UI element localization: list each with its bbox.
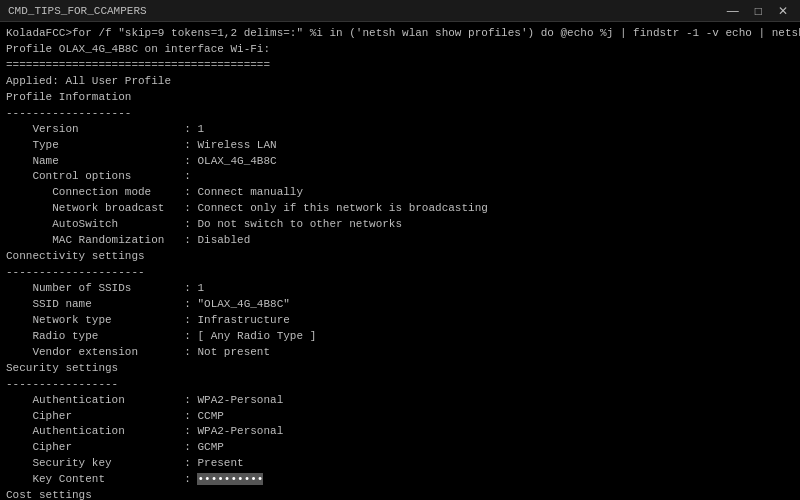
terminal-line: Security settings — [6, 361, 794, 377]
terminal-line: Security key : Present — [6, 456, 794, 472]
terminal-line: Profile Information — [6, 90, 794, 106]
terminal-line: Connectivity settings — [6, 249, 794, 265]
minimize-button[interactable]: — — [723, 4, 743, 18]
terminal-line: Key Content : •••••••••• — [6, 472, 794, 488]
terminal-line: Control options : — [6, 169, 794, 185]
terminal-line: Connection mode : Connect manually — [6, 185, 794, 201]
terminal-line: KoladaFCC>for /f "skip=9 tokens=1,2 deli… — [6, 26, 794, 42]
terminal-line: Network type : Infrastructure — [6, 313, 794, 329]
terminal-line: Number of SSIDs : 1 — [6, 281, 794, 297]
terminal-line: Cipher : CCMP — [6, 409, 794, 425]
terminal-line: Cipher : GCMP — [6, 440, 794, 456]
terminal-line: AutoSwitch : Do not switch to other netw… — [6, 217, 794, 233]
title-bar: CMD_TIPS_FOR_CCAMPERS — □ ✕ — [0, 0, 800, 22]
close-button[interactable]: ✕ — [774, 4, 792, 18]
terminal-line: Network broadcast : Connect only if this… — [6, 201, 794, 217]
maximize-button[interactable]: □ — [751, 4, 766, 18]
terminal-line: ======================================== — [6, 58, 794, 74]
terminal-line: SSID name : "OLAX_4G_4B8C" — [6, 297, 794, 313]
terminal-line: Profile OLAX_4G_4B8C on interface Wi-Fi: — [6, 42, 794, 58]
terminal-line: Name : OLAX_4G_4B8C — [6, 154, 794, 170]
key-content-value: •••••••••• — [197, 473, 263, 485]
terminal-line: Type : Wireless LAN — [6, 138, 794, 154]
terminal-line: Applied: All User Profile — [6, 74, 794, 90]
terminal-line: Authentication : WPA2-Personal — [6, 393, 794, 409]
terminal-line: Cost settings — [6, 488, 794, 500]
terminal-line: ------------------- — [6, 106, 794, 122]
terminal-line: Vendor extension : Not present — [6, 345, 794, 361]
window-title: CMD_TIPS_FOR_CCAMPERS — [8, 5, 147, 17]
window-controls: — □ ✕ — [723, 4, 792, 18]
terminal-line: ----------------- — [6, 377, 794, 393]
terminal-line: Authentication : WPA2-Personal — [6, 424, 794, 440]
terminal-line: Radio type : [ Any Radio Type ] — [6, 329, 794, 345]
terminal-line: --------------------- — [6, 265, 794, 281]
terminal-output: KoladaFCC>for /f "skip=9 tokens=1,2 deli… — [0, 22, 800, 500]
terminal-line: MAC Randomization : Disabled — [6, 233, 794, 249]
terminal-line: Version : 1 — [6, 122, 794, 138]
